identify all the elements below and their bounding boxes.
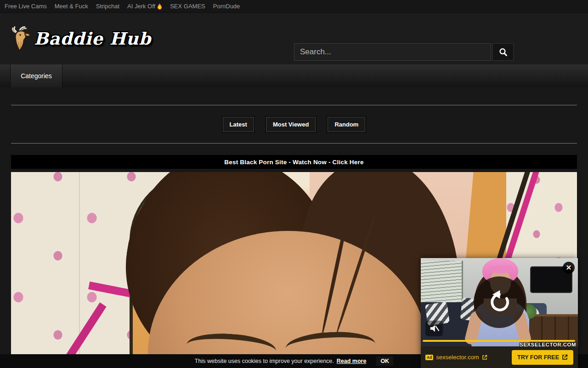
topbar-link-ai-jerk-off[interactable]: AI Jerk Off	[127, 3, 162, 10]
site-title: Baddie Hub	[34, 29, 151, 49]
main-nav: Categories	[0, 64, 588, 87]
close-icon: ✕	[566, 264, 572, 272]
close-ad-button[interactable]: ✕	[563, 262, 575, 274]
cookie-ok-button[interactable]: OK	[376, 356, 393, 366]
ad-footer: Ad sexselector.com TRY FOR FREE	[421, 346, 578, 368]
site-logo[interactable]: Baddie Hub	[10, 26, 151, 51]
site-header: Baddie Hub	[0, 13, 588, 64]
flame-icon	[157, 3, 162, 10]
cookie-message: This website uses cookies to improve you…	[195, 358, 334, 364]
search-bar	[294, 43, 514, 61]
goat-icon	[10, 26, 31, 51]
ad-domain-label: sexselector.com	[436, 354, 479, 361]
divider-bottom	[11, 143, 577, 144]
try-for-free-button[interactable]: TRY FOR FREE	[512, 350, 573, 365]
search-input[interactable]	[294, 43, 491, 61]
sort-buttons-row: Latest Most Viewed Random	[11, 117, 577, 132]
replay-button[interactable]	[474, 276, 525, 328]
topbar-link-porndude[interactable]: PornDude	[213, 3, 240, 10]
external-link-icon	[562, 354, 568, 360]
mute-button[interactable]	[425, 321, 443, 336]
nav-item-categories[interactable]: Categories	[10, 64, 62, 87]
sort-random-button[interactable]: Random	[328, 117, 365, 132]
video-ad-overlay: ✕ SEXSELECTOR.COM Ad sexselector.com TRY…	[421, 258, 578, 368]
topbar-link-sex-games[interactable]: SEX GAMES	[170, 3, 205, 10]
search-button[interactable]	[492, 43, 514, 61]
topbar-link-stripchat[interactable]: Stripchat	[96, 3, 119, 10]
pink-bangs	[489, 265, 512, 273]
ad-badge: Ad	[425, 355, 433, 360]
ad-player[interactable]: ✕ SEXSELECTOR.COM	[421, 258, 578, 346]
topbar-link-meet-and-fuck[interactable]: Meet & Fuck	[55, 3, 88, 10]
cookie-read-more-link[interactable]: Read more	[337, 358, 367, 364]
external-link-icon	[482, 355, 487, 360]
ad-watermark: SEXSELECTOR.COM	[520, 342, 576, 346]
muted-speaker-icon	[429, 324, 439, 333]
text-ad-banner-label: Best Black Porn Site - Watch Now - Click…	[224, 159, 363, 166]
topbar-link-label: AI Jerk Off	[127, 3, 155, 10]
replay-icon	[486, 289, 513, 316]
text-ad-banner[interactable]: Best Black Porn Site - Watch Now - Click…	[11, 155, 577, 169]
topbar: Free Live Cams Meet & Fuck Stripchat AI …	[0, 0, 588, 13]
search-icon	[498, 47, 508, 57]
try-for-free-label: TRY FOR FREE	[517, 354, 559, 361]
divider-top	[11, 105, 577, 105]
topbar-link-free-live-cams[interactable]: Free Live Cams	[5, 3, 47, 10]
sort-latest-button[interactable]: Latest	[223, 117, 254, 132]
ad-domain-link[interactable]: sexselector.com	[436, 354, 487, 361]
sort-most-viewed-button[interactable]: Most Viewed	[266, 117, 316, 132]
